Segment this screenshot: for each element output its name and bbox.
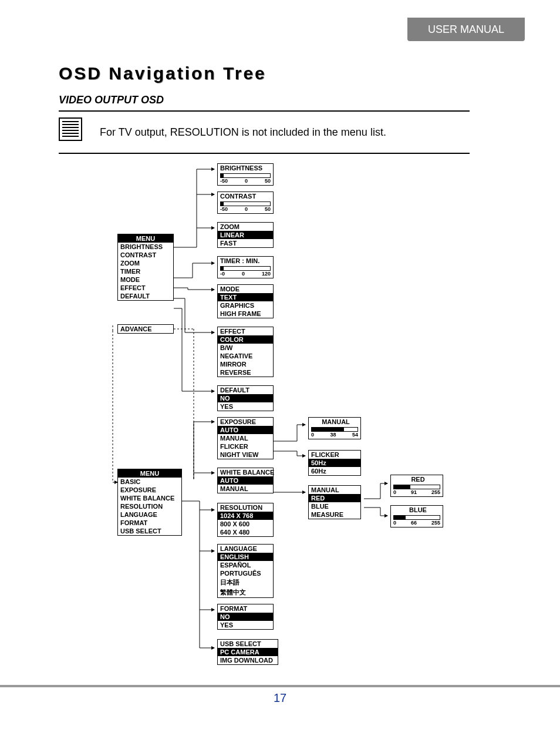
option: 640 X 480 bbox=[218, 528, 273, 536]
divider-bottom bbox=[59, 153, 470, 154]
box-title: FORMAT bbox=[218, 604, 273, 613]
option-selected: NO bbox=[218, 394, 273, 402]
box-title: MODE bbox=[218, 285, 273, 293]
option-selected: RED bbox=[309, 494, 360, 502]
box-title: USB SELECT bbox=[218, 640, 278, 648]
menu-item: WHITE BALANCE bbox=[118, 494, 181, 502]
header-tab: USER MANUAL bbox=[407, 18, 525, 41]
option-selected: AUTO bbox=[218, 476, 273, 485]
box-title: EXPOSURE bbox=[218, 418, 273, 426]
whitebalance-box: WHITE BALANCE AUTO MANUAL bbox=[217, 468, 274, 493]
format-box: FORMAT NO YES bbox=[217, 604, 274, 630]
option: MANUAL bbox=[218, 485, 273, 493]
option: NIGHT VIEW bbox=[218, 451, 273, 459]
box-title: ZOOM bbox=[218, 223, 273, 231]
menu-item: FORMAT bbox=[118, 519, 181, 527]
option-selected: 50Hz bbox=[309, 459, 360, 467]
box-title: BRIGHTNESS bbox=[218, 164, 273, 172]
menu-item: DEFAULT bbox=[118, 292, 173, 300]
option: B/W bbox=[218, 344, 273, 352]
box-title: LANGUAGE bbox=[218, 545, 273, 553]
timer-box: TIMER : MIN. -00120 bbox=[217, 256, 274, 278]
option-selected: AUTO bbox=[218, 426, 273, 434]
box-title: MANUAL bbox=[309, 418, 360, 426]
note-box: For TV output, RESOLUTION is not include… bbox=[59, 117, 470, 153]
box-title: FLICKER bbox=[309, 451, 360, 459]
slider: -00120 bbox=[218, 265, 273, 278]
note-text: For TV output, RESOLUTION is not include… bbox=[100, 126, 386, 139]
option: IMG DOWNLOAD bbox=[218, 656, 278, 664]
slider: 091255 bbox=[391, 483, 443, 496]
slider: -50050 bbox=[218, 200, 273, 213]
menu-item: ZOOM bbox=[118, 259, 173, 267]
divider-top bbox=[59, 110, 470, 112]
box-title: RESOLUTION bbox=[218, 503, 273, 512]
menu-title: MENU bbox=[118, 234, 173, 243]
option: NEGATIVE bbox=[218, 352, 273, 360]
page-title: OSD Navigation Tree bbox=[59, 63, 266, 83]
manual-exposure-box: MANUAL 03854 bbox=[308, 417, 361, 439]
menu-item: EXPOSURE bbox=[118, 486, 181, 494]
option: REVERSE bbox=[218, 368, 273, 377]
option: 繁體中文 bbox=[218, 587, 273, 597]
box-title: MANUAL bbox=[309, 486, 360, 494]
exposure-box: EXPOSURE AUTO MANUAL FLICKER NIGHT VIEW bbox=[217, 417, 274, 459]
option: MEASURE bbox=[309, 510, 360, 519]
menu-item: EFFECT bbox=[118, 284, 173, 292]
menu-item: CONTRAST bbox=[118, 251, 173, 259]
blue-box: BLUE 066255 bbox=[390, 505, 443, 527]
footer-divider bbox=[0, 685, 560, 687]
option-selected: ENGLISH bbox=[218, 553, 273, 561]
option-selected: 1024 X 768 bbox=[218, 512, 273, 520]
menu-item: RESOLUTION bbox=[118, 502, 181, 510]
menu-box-advance: MENU BASIC EXPOSURE WHITE BALANCE RESOLU… bbox=[117, 469, 182, 536]
option-selected: TEXT bbox=[218, 293, 273, 301]
page-subtitle: VIDEO OUTPUT OSD bbox=[59, 94, 164, 106]
option: MIRROR bbox=[218, 360, 273, 368]
box-title: RED bbox=[391, 475, 443, 483]
menu-item: MODE bbox=[118, 275, 173, 284]
flicker-box: FLICKER 50Hz 60Hz bbox=[308, 450, 361, 476]
menu-item: ADVANCE bbox=[118, 325, 173, 333]
option-selected: NO bbox=[218, 613, 273, 621]
red-box: RED 091255 bbox=[390, 475, 443, 497]
box-title: BLUE bbox=[391, 506, 443, 514]
box-title: EFFECT bbox=[218, 327, 273, 335]
menu-item: LANGUAGE bbox=[118, 510, 181, 519]
box-title: WHITE BALANCE bbox=[218, 468, 273, 476]
menu-item: BASIC bbox=[118, 478, 181, 486]
slider: -50050 bbox=[218, 172, 273, 185]
slider: 03854 bbox=[309, 426, 360, 439]
option: GRAPHICS bbox=[218, 301, 273, 310]
contrast-box: CONTRAST -50050 bbox=[217, 191, 274, 214]
language-box: LANGUAGE ENGLISH ESPAÑOL PORTUGUÊS 日本語 繁… bbox=[217, 544, 274, 598]
brightness-box: BRIGHTNESS -50050 bbox=[217, 163, 274, 186]
option-selected: COLOR bbox=[218, 335, 273, 344]
menu-title: MENU bbox=[118, 469, 181, 478]
mode-box: MODE TEXT GRAPHICS HIGH FRAME bbox=[217, 284, 274, 318]
menu-item: BRIGHTNESS bbox=[118, 243, 173, 251]
menu-item: TIMER bbox=[118, 267, 173, 275]
option-selected: PC CAMERA bbox=[218, 648, 278, 656]
option: YES bbox=[218, 621, 273, 629]
effect-box: EFFECT COLOR B/W NEGATIVE MIRROR REVERSE bbox=[217, 327, 274, 377]
usbselect-box: USB SELECT PC CAMERA IMG DOWNLOAD bbox=[217, 639, 278, 665]
option-selected: LINEAR bbox=[218, 231, 273, 239]
option: HIGH FRAME bbox=[218, 310, 273, 318]
option: YES bbox=[218, 402, 273, 411]
zoom-box: ZOOM LINEAR FAST bbox=[217, 222, 274, 248]
option: 60Hz bbox=[309, 467, 360, 475]
box-title: CONTRAST bbox=[218, 192, 273, 200]
default-box: DEFAULT NO YES bbox=[217, 385, 274, 411]
option: FLICKER bbox=[218, 442, 273, 451]
option: MANUAL bbox=[218, 434, 273, 442]
osd-diagram: MENU BRIGHTNESS CONTRAST ZOOM TIMER MODE… bbox=[100, 163, 481, 674]
document-icon bbox=[59, 117, 82, 141]
manual-whitebalance-box: MANUAL RED BLUE MEASURE bbox=[308, 485, 361, 519]
page-number: 17 bbox=[0, 691, 560, 705]
option: FAST bbox=[218, 239, 273, 247]
resolution-box: RESOLUTION 1024 X 768 800 X 600 640 X 48… bbox=[217, 503, 274, 537]
box-title: DEFAULT bbox=[218, 386, 273, 394]
option: BLUE bbox=[309, 502, 360, 510]
menu-box-main: MENU BRIGHTNESS CONTRAST ZOOM TIMER MODE… bbox=[117, 234, 174, 301]
